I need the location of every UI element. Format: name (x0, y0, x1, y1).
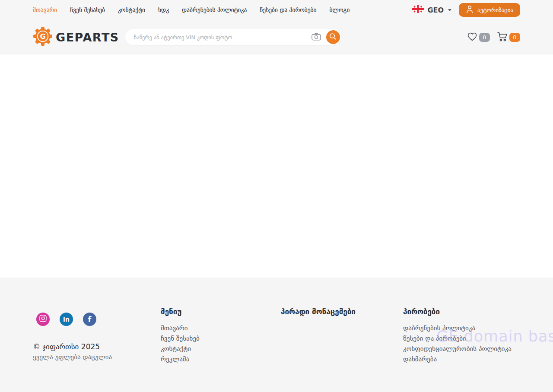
person-icon (466, 5, 474, 15)
nav-item-home[interactable]: მთავარი (33, 6, 57, 13)
footer-menu-title: მენიუ (161, 307, 200, 316)
main-content-empty (0, 54, 553, 278)
top-right-group: GEO ავტორიზაცია (412, 3, 520, 17)
top-bar: მთავარი ჩვენ შესახებ კონტაქტი ხდკ დაბრუნ… (33, 0, 520, 20)
camera-upload-button[interactable] (310, 31, 323, 44)
nav-item-blog[interactable]: ბლოგი (330, 6, 350, 13)
site-header: მთავარი ჩვენ შესახებ კონტაქტი ხდკ დაბრუნ… (0, 0, 553, 54)
nav-item-faq[interactable]: ხდკ (158, 6, 169, 13)
authorization-button[interactable]: ავტორიზაცია (459, 3, 520, 17)
instagram-link[interactable] (36, 313, 50, 326)
facebook-link[interactable]: f (83, 313, 96, 326)
footer-terms-column: პირობები დაბრუნების პოლიტიკა წესები და პ… (403, 307, 512, 364)
facebook-icon: f (88, 315, 92, 324)
search-bar (125, 29, 341, 45)
chevron-down-icon (448, 9, 451, 11)
footer-personal-title: პირადი მონაცემები (281, 307, 356, 316)
brand-logo[interactable]: G GEPARTS (33, 26, 119, 48)
header-icons-group: 0 0 (467, 32, 520, 43)
instagram-icon (39, 315, 47, 324)
gear-logo-icon: G (33, 26, 53, 48)
heart-icon (467, 32, 477, 43)
footer-link-privacy-policy[interactable]: კონფიდენციალურობის პოლიტიკა (403, 344, 512, 354)
nav-item-terms[interactable]: წესები და პირობები (260, 6, 316, 13)
search-submit-button[interactable] (326, 30, 340, 44)
nav-item-return-policy[interactable]: დაბრუნების პოლიტიკა (182, 6, 247, 13)
footer-link-home[interactable]: მთავარი (161, 323, 200, 333)
header-main-row: G GEPARTS (33, 20, 520, 54)
cart-group: 0 (497, 32, 520, 43)
linkedin-icon: in (63, 316, 70, 323)
camera-icon (311, 33, 321, 42)
rights-text: ყველა უფლება დაცულია (33, 353, 112, 361)
footer-link-about[interactable]: ჩვენ შესახებ (161, 333, 200, 344)
site-footer: in f © ჯიფართსი 2025 ყველა უფლება დაცული… (0, 278, 553, 392)
social-links: in f (36, 313, 96, 326)
footer-menu-column: მენიუ მთავარი ჩვენ შესახებ კონტაქტი რეკლ… (161, 307, 200, 364)
cart-icon (497, 32, 509, 43)
linkedin-link[interactable]: in (60, 313, 73, 326)
georgia-flag-icon (412, 5, 424, 15)
wishlist-button[interactable] (467, 32, 477, 43)
search-input[interactable] (134, 34, 310, 41)
authorization-label: ავტორიზაცია (477, 7, 513, 13)
cart-count-badge: 0 (509, 33, 520, 42)
copyright-text: © ჯიფართსი 2025 (33, 342, 100, 351)
brand-name: GEPARTS (56, 31, 119, 44)
svg-text:G: G (40, 32, 45, 41)
footer-link-advertising[interactable]: რეკლამა (161, 354, 200, 364)
language-selector[interactable]: GEO (412, 5, 451, 15)
language-code: GEO (427, 6, 444, 14)
footer-link-terms[interactable]: წესები და პირობები (403, 333, 512, 344)
wishlist-count-badge: 0 (479, 33, 490, 42)
footer-link-contact[interactable]: კონტაქტი (161, 344, 200, 354)
nav-item-contact[interactable]: კონტაქტი (118, 6, 145, 13)
footer-link-help[interactable]: დახმარება (403, 354, 512, 364)
search-icon (329, 33, 337, 41)
cart-button[interactable] (497, 32, 509, 43)
footer-personal-column: პირადი მონაცემები (281, 307, 356, 323)
footer-link-return-policy[interactable]: დაბრუნების პოლიტიკა (403, 323, 512, 333)
top-nav: მთავარი ჩვენ შესახებ კონტაქტი ხდკ დაბრუნ… (33, 6, 350, 13)
nav-item-about[interactable]: ჩვენ შესახებ (70, 6, 105, 13)
footer-terms-title: პირობები (403, 307, 512, 316)
